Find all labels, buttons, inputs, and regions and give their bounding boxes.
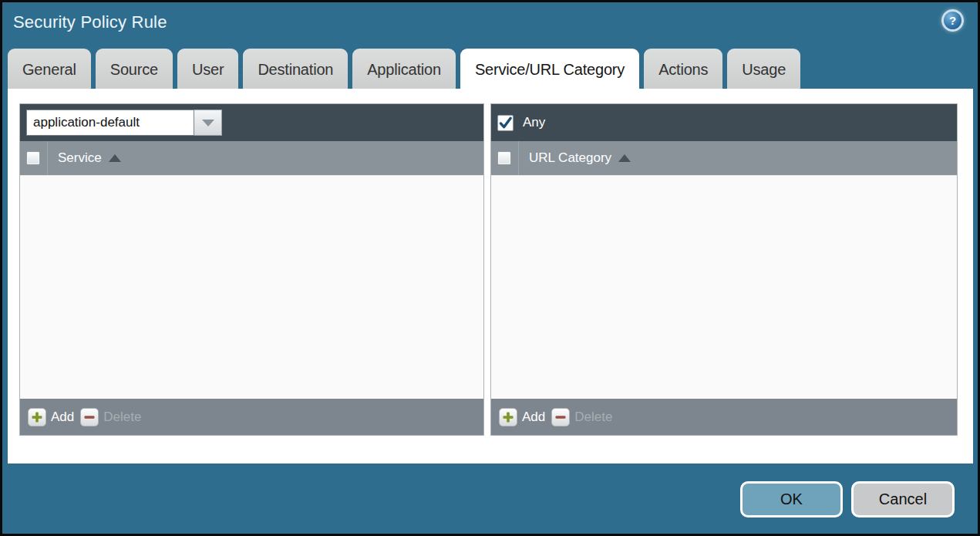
chevron-down-icon (202, 120, 214, 126)
tab-user[interactable]: User (177, 49, 238, 89)
column-divider (47, 141, 48, 175)
service-list (20, 175, 483, 399)
dialog-title: Security Policy Rule (13, 12, 167, 32)
service-type-dropdown-button[interactable] (194, 110, 222, 136)
any-checkbox[interactable] (497, 115, 514, 131)
service-column-header: Service (20, 141, 483, 175)
minus-icon (80, 408, 99, 426)
service-column-label[interactable]: Service (58, 150, 102, 166)
service-type-dropdown-input[interactable] (26, 110, 194, 136)
tab-source[interactable]: Source (96, 49, 173, 89)
column-divider (518, 141, 519, 175)
security-policy-rule-dialog: Security Policy Rule ? General Source Us… (0, 0, 980, 536)
sort-ascending-icon[interactable] (109, 154, 121, 162)
sort-ascending-icon[interactable] (618, 154, 631, 162)
help-icon[interactable]: ? (941, 9, 964, 32)
tab-bar: General Source User Destination Applicat… (8, 49, 805, 89)
url-category-action-bar: Add Delete (491, 399, 957, 435)
url-category-column-label[interactable]: URL Category (529, 150, 611, 166)
ok-button[interactable]: OK (740, 481, 843, 517)
dialog-body: Service Add (8, 89, 973, 464)
tab-actions[interactable]: Actions (644, 49, 722, 89)
delete-button-label: Delete (103, 410, 141, 425)
url-category-delete-button[interactable]: Delete (551, 408, 612, 426)
tab-general[interactable]: General (8, 49, 91, 89)
check-icon (498, 116, 513, 130)
any-label: Any (523, 115, 545, 130)
service-add-button[interactable]: Add (28, 408, 74, 426)
minus-icon (551, 408, 570, 426)
service-panel: Service Add (19, 103, 484, 436)
url-category-list (491, 175, 957, 399)
tab-application[interactable]: Application (352, 49, 456, 89)
tab-destination[interactable]: Destination (243, 49, 348, 89)
add-button-label: Add (51, 410, 74, 425)
url-category-panel: Any URL Category Add (490, 103, 958, 436)
delete-button-label: Delete (574, 410, 612, 425)
tab-service-url-category[interactable]: Service/URL Category (460, 49, 639, 89)
url-category-toolbar: Any (491, 104, 957, 141)
service-toolbar (20, 104, 483, 141)
add-button-label: Add (522, 410, 545, 425)
url-category-add-button[interactable]: Add (499, 408, 545, 426)
service-delete-button[interactable]: Delete (80, 408, 141, 426)
plus-icon (499, 408, 517, 426)
tab-usage[interactable]: Usage (727, 49, 800, 89)
cancel-button[interactable]: Cancel (851, 481, 955, 517)
service-action-bar: Add Delete (20, 399, 483, 435)
service-select-all-checkbox[interactable] (26, 151, 40, 165)
url-category-select-all-checkbox[interactable] (497, 151, 511, 165)
plus-icon (28, 408, 46, 426)
url-category-column-header: URL Category (491, 141, 957, 175)
